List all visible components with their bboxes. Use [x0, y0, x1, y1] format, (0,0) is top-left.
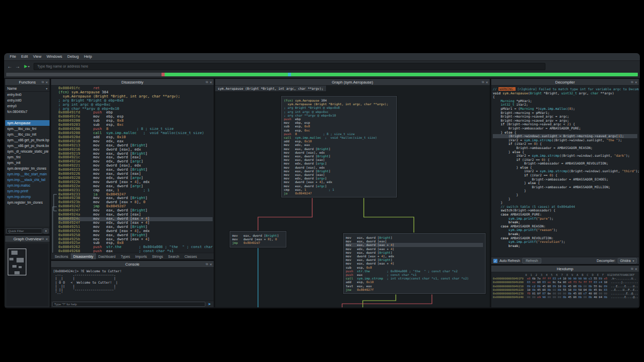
decompiler-line[interactable]: } else {: [493, 150, 637, 154]
graph-instruction[interactable]: push str.the ; 0x804a008 ; "the " ; cons…: [346, 269, 483, 273]
graph-instruction[interactable]: mov dword [eax], edx: [284, 166, 394, 169]
function-list-item[interactable]: sym.imp.__libc_start_main: [5, 171, 50, 177]
graph-instruction[interactable]: sub esp, 0x8: [284, 124, 394, 128]
decompiler-line[interactable]: iVar2 = sym.imp.strcmp((Bright->window).…: [493, 169, 637, 173]
graph-instruction[interactable]: mov ebp, esp: [284, 121, 394, 124]
hexdump-row[interactable]: 0x0000000008049230 f8 01 0f 87 0e 00 00 …: [493, 292, 637, 295]
engine-select[interactable]: Ghidra ▾: [618, 258, 637, 264]
decompiler-line[interactable]: Bright->morning = pMVar1;: [493, 111, 637, 115]
function-list-item[interactable]: sym.__libc_csu_init: [5, 131, 50, 137]
function-list-item[interactable]: entry.init0: [5, 97, 50, 103]
function-list-item[interactable]: fcn.080490c7: [5, 109, 50, 114]
decompiler-line[interactable]: Bright->ambassador = AMBASSADOR_PURE;: [493, 126, 637, 130]
graph-instruction[interactable]: sub esp, 0x8: [346, 266, 483, 269]
decompiler-line[interactable]: void sym.Aeropause(Bright *Bright, uint3…: [493, 91, 637, 95]
function-list-item[interactable]: entry.fini0: [5, 92, 50, 97]
graph-instruction[interactable]: add esp, 0x10: [284, 139, 394, 143]
graph-instruction[interactable]: add esp, 0x10: [346, 280, 483, 284]
menu-item-edit[interactable]: Edit: [19, 53, 30, 60]
function-list-item[interactable]: sym._fini: [5, 154, 50, 160]
graph-instruction[interactable]: mov eax, dword [argc]: [284, 184, 394, 188]
decompiler-line[interactable]: Bright->ambassador = AMBASSADOR_REVOLUTI…: [493, 161, 637, 166]
graph-instruction[interactable]: sym.Aeropause (Bright *Bright, int argc,…: [284, 102, 394, 106]
decompiler-line[interactable]: if (iVar2 == 0) {: [493, 173, 637, 177]
graph-minimap[interactable]: [6, 243, 49, 306]
close-icon[interactable]: ✕: [635, 80, 637, 84]
menu-item-view[interactable]: View: [30, 53, 44, 60]
functions-column-header[interactable]: Name ▾: [5, 86, 50, 92]
graph-instruction[interactable]: (fcn) sym.Aeropause 384: [284, 98, 394, 102]
hexdump-row[interactable]: 0x0000000008049210 89 c2 8b 45 08 89 10 …: [493, 285, 637, 288]
decompiler-line[interactable]: case AMBASSADOR_REVOLUTION:: [493, 236, 637, 240]
decompiler-line[interactable]: iVar2 = sym.imp.strcmp((Bright->window).…: [493, 138, 637, 142]
send-icon[interactable]: ➤: [206, 302, 213, 307]
auto-refresh-checkbox[interactable]: ✓: [493, 259, 497, 263]
graph-instruction[interactable]: mov dword [eax + 8], 0: [232, 237, 284, 241]
decompiler-line[interactable]: // switch table (5 cases) at 0x804a044: [493, 205, 637, 209]
decompiler-line[interactable]: // WARNING: [r2ghidra] Failed to match t…: [493, 87, 637, 91]
function-list-item[interactable]: sym.imp.malloc: [5, 183, 50, 188]
close-icon[interactable]: ✕: [210, 262, 212, 266]
tab-dashboard[interactable]: Dashboard: [96, 253, 118, 259]
decompiler-line[interactable]: Bright->ambassador = AMBASSADOR_ECHOES;: [493, 177, 637, 182]
graph-node[interactable]: mov eax, dword [Bright]mov eax, dword [e…: [343, 233, 486, 294]
graph-instruction[interactable]: mov eax, dword [eax]: [346, 239, 483, 243]
tab-disassembly[interactable]: Disassembly: [71, 253, 96, 259]
decompiler-line[interactable]: } else {: [493, 166, 637, 170]
decompiler-line[interactable]: if (iVar2 == 0) {: [493, 158, 637, 162]
graph-instruction[interactable]: ja 0x8049247: [284, 191, 394, 195]
decompiler-line[interactable]: case AMBASSADOR_PURE:: [493, 212, 637, 217]
graph-node[interactable]: (fcn) sym.Aeropause 384 sym.Aeropause (B…: [281, 96, 397, 198]
decompiler-line[interactable]: Bright->ambassador = AMBASSADOR_MILLION;: [493, 185, 637, 189]
graph-instruction[interactable]: mov eax, dword [eax]: [284, 173, 394, 176]
decompiler-line[interactable]: Bright->morning->saved_argv = argv;: [493, 119, 637, 123]
decompiler-line[interactable]: break;: [493, 232, 637, 236]
popout-icon[interactable]: ⧉: [42, 237, 44, 241]
graph-instruction[interactable]: mov dword [eax], edx: [284, 151, 394, 154]
menu-item-help[interactable]: Help: [82, 53, 94, 60]
seek-segment[interactable]: [165, 73, 638, 76]
graph-instruction[interactable]: push ebp: [284, 117, 394, 121]
decompiler-line[interactable]: break;: [493, 220, 637, 224]
graph-instruction[interactable]: mov eax, dword [Bright]: [346, 258, 483, 261]
graph-instruction[interactable]: mov edx, dword [argc]: [284, 161, 394, 165]
menu-item-debug[interactable]: Debug: [65, 53, 82, 60]
graph-instruction[interactable]: call sym.imp.strcmp ; int strcmp(const c…: [346, 276, 483, 280]
graph-instruction[interactable]: mov edx, dword [eax + 4]: [346, 247, 483, 251]
seek-segment[interactable]: [288, 73, 291, 76]
decompiler-line[interactable]: if (Bright->morning->saved_argc < 2) {: [493, 122, 637, 126]
decompiler-line[interactable]: {: [493, 95, 637, 99]
decompiler-line[interactable]: int32_t iVar2;: [493, 103, 637, 107]
graph-node[interactable]: mov eax, dword [Bright]mov dword [eax + …: [230, 231, 286, 248]
tab-imports[interactable]: Imports: [133, 253, 150, 259]
graph-instruction[interactable]: mov eax, dword [Bright]: [284, 154, 394, 158]
graph-instruction[interactable]: jmp 0x80492d7: [232, 241, 284, 244]
graph-instruction[interactable]: mov eax, dword [Bright]: [346, 251, 483, 254]
popout-icon[interactable]: ⧉: [206, 262, 208, 266]
graph-instruction[interactable]: test eax, eax: [346, 284, 483, 288]
decompiler-line[interactable]: case AMBASSADOR_REASON:: [493, 224, 637, 228]
function-list-item[interactable]: sym.register_tm_clones: [5, 200, 50, 205]
quick-filter-input[interactable]: Quick Filter: [6, 228, 42, 234]
graph-instruction[interactable]: mov eax, dword [eax + 4]: [346, 243, 483, 246]
decompiler-line[interactable]: Bright->ambassador = AMBASSADOR_REASON;: [493, 146, 637, 150]
popout-icon[interactable]: ⧉: [206, 80, 208, 84]
forward-icon[interactable]: →: [15, 64, 20, 69]
decompiler-line[interactable]: }: [493, 189, 637, 193]
decompiler-line[interactable]: Morning *pMVar1;: [493, 99, 637, 103]
graph-instruction[interactable]: ; arg char **argv @ ebp+0x10: [284, 113, 394, 117]
graph-instruction[interactable]: call sym.imp.malloc ; void *malloc(size_…: [284, 136, 394, 139]
decompiler-line[interactable]: }: [493, 193, 637, 197]
menu-item-file[interactable]: File: [7, 53, 19, 60]
decompiler-line[interactable]: sym.imp.printf("revolution");: [493, 240, 637, 244]
graph-instruction[interactable]: cmp eax, 1 ; 1: [284, 188, 394, 191]
graph-instruction[interactable]: ; arg Bright *Bright @ ebp+0x8: [284, 106, 394, 109]
function-list-item[interactable]: sym.__x86.get_pc_thunk.bp: [5, 137, 50, 143]
decompiler-line[interactable]: switch(Bright->ambassador) {: [493, 208, 637, 212]
function-list-item[interactable]: sym.Aeropause: [5, 120, 50, 126]
function-list-item[interactable]: sym.imp.printf: [5, 188, 50, 194]
close-icon[interactable]: ✕: [486, 80, 488, 84]
debug-start-button[interactable]: ▶ ▾: [24, 64, 29, 69]
graph-instruction[interactable]: sub esp, 0xc: [284, 128, 394, 132]
graph-instruction[interactable]: jne 0x804927f: [346, 288, 483, 291]
